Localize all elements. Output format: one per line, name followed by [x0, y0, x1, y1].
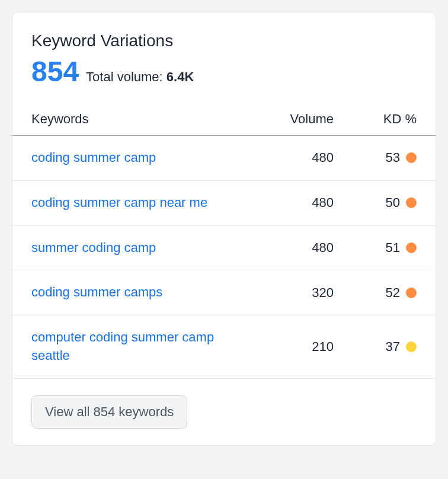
keyword-count: 854	[31, 55, 79, 88]
volume-cell: 480	[251, 150, 334, 165]
kd-value: 50	[386, 195, 400, 210]
kd-difficulty-icon	[406, 152, 417, 163]
keyword-link[interactable]: coding summer camp near me	[31, 194, 251, 212]
kd-value: 52	[386, 285, 400, 301]
keyword-link[interactable]: coding summer camps	[31, 283, 251, 302]
volume-cell: 210	[251, 339, 334, 355]
kd-cell: 37	[334, 339, 417, 355]
card-footer: View all 854 keywords	[12, 379, 436, 429]
kd-value: 51	[386, 240, 400, 256]
kd-difficulty-icon	[406, 288, 417, 298]
keyword-link[interactable]: summer coding camp	[31, 239, 251, 257]
kd-value: 37	[386, 339, 400, 355]
keyword-variations-card: Keyword Variations 854 Total volume: 6.4…	[12, 12, 436, 446]
keyword-link[interactable]: coding summer camp	[31, 149, 251, 167]
kd-difficulty-icon	[406, 197, 417, 208]
column-kd: KD %	[334, 111, 417, 127]
kd-value: 53	[386, 150, 400, 165]
table-row: summer coding camp 480 51	[12, 226, 436, 271]
column-keywords: Keywords	[31, 111, 251, 127]
stats-row: 854 Total volume: 6.4K	[31, 55, 417, 88]
card-header: Keyword Variations 854 Total volume: 6.4…	[12, 31, 436, 88]
column-volume: Volume	[251, 111, 334, 127]
volume-cell: 480	[251, 240, 334, 256]
kd-cell: 51	[334, 240, 417, 256]
keywords-table: Keywords Volume KD % coding summer camp …	[12, 111, 436, 379]
table-row: computer coding summer camp seattle 210 …	[12, 315, 436, 379]
kd-cell: 50	[334, 195, 417, 210]
table-header: Keywords Volume KD %	[12, 111, 436, 136]
volume-value: 6.4K	[167, 69, 194, 84]
kd-difficulty-icon	[406, 341, 417, 352]
kd-cell: 53	[334, 150, 417, 165]
card-title: Keyword Variations	[31, 31, 417, 50]
table-row: coding summer camps 320 52	[12, 270, 436, 315]
volume-cell: 320	[251, 285, 334, 301]
volume-label: Total volume: 6.4K	[86, 69, 194, 85]
table-row: coding summer camp near me 480 50	[12, 181, 436, 226]
keyword-link[interactable]: computer coding summer camp seattle	[31, 328, 251, 365]
kd-difficulty-icon	[406, 242, 417, 253]
view-all-button[interactable]: View all 854 keywords	[31, 395, 187, 429]
table-row: coding summer camp 480 53	[12, 136, 436, 181]
volume-cell: 480	[251, 195, 334, 210]
kd-cell: 52	[334, 285, 417, 301]
